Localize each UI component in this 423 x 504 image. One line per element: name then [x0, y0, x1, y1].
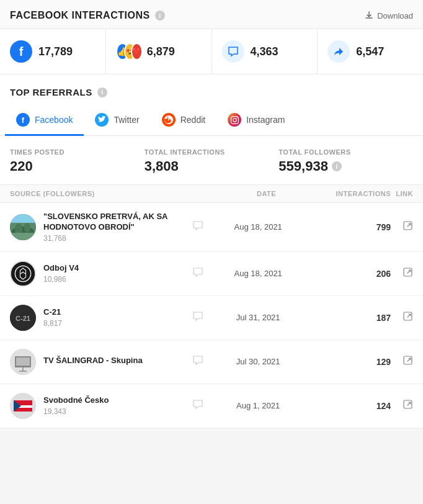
title-info-icon[interactable]: i — [155, 11, 165, 20]
source-text: Odboj V4 10,986 — [43, 263, 79, 284]
stat-total: f 17,789 — [0, 29, 106, 74]
stat-total-value: 17,789 — [38, 45, 73, 58]
svg-point-4 — [24, 223, 30, 233]
stat-comments: 4,363 — [212, 29, 318, 74]
page: FACEBOOK INTERACTIONS i Download f 17,78… — [0, 0, 423, 428]
page-title: FACEBOOK INTERACTIONS — [10, 10, 150, 21]
row-source: TV ŠALINGRAD - Skupina — [10, 349, 192, 375]
tab-instagram[interactable]: Instagram — [216, 106, 296, 136]
tab-reddit[interactable]: Reddit — [151, 106, 216, 136]
comment-bubble-icon — [192, 220, 203, 234]
row-interactions: 206 — [308, 269, 391, 279]
stat-shares: 6,547 — [318, 29, 423, 74]
metrics-row: TIMES POSTED 220 TOTAL INTERACTIONS 3,80… — [0, 136, 423, 184]
tab-reddit-icon — [162, 113, 176, 127]
section-header: TOP REFERRALS i — [0, 74, 423, 105]
source-text: Svobodné Česko 19,343 — [43, 395, 109, 416]
total-interactions-value: 3,808 — [145, 158, 279, 174]
metric-times-posted: TIMES POSTED 220 — [10, 148, 145, 174]
stats-row: f 17,789 👍 😍 ❤️ 6,879 4,363 — [0, 29, 423, 74]
row-date: Jul 31, 2021 — [208, 313, 308, 322]
row-source: C-21 C-21 8,817 — [10, 305, 192, 331]
row-link[interactable] — [391, 356, 413, 368]
svg-rect-6 — [10, 214, 36, 223]
times-posted-label: TIMES POSTED — [10, 148, 145, 156]
table-header: SOURCE (FOLLOWERS) DATE INTERACTIONS LIN… — [0, 184, 423, 203]
total-followers-label: TOTAL FOLLOWERS — [278, 148, 413, 156]
avatar — [10, 393, 36, 419]
download-label: Download — [377, 11, 413, 20]
row-interactions: 187 — [308, 313, 391, 323]
avatar — [10, 261, 36, 287]
row-interactions: 129 — [308, 357, 391, 367]
table-row: Odboj V4 10,986 Aug 18, 2021 206 — [0, 252, 423, 296]
svg-point-0 — [168, 119, 169, 120]
stat-reactions-value: 6,879 — [147, 45, 175, 58]
source-name: TV ŠALINGRAD - Skupina — [43, 356, 143, 366]
tab-reddit-label: Reddit — [180, 115, 205, 125]
row-date: Jul 30, 2021 — [208, 357, 308, 366]
comment-bubble-icon — [192, 355, 203, 369]
download-icon — [365, 11, 373, 20]
row-source: Odboj V4 10,986 — [10, 261, 192, 287]
comment-icon — [222, 40, 244, 63]
row-interactions: 799 — [308, 222, 391, 232]
source-name: Svobodné Česko — [43, 395, 109, 406]
followers-info-icon[interactable]: i — [332, 161, 342, 171]
total-followers-value-row: 559,938 i — [278, 158, 413, 174]
avatar — [10, 349, 36, 375]
reactions-icon: 👍 😍 ❤️ — [116, 40, 141, 63]
row-link[interactable] — [391, 221, 413, 233]
total-interactions-label: TOTAL INTERACTIONS — [145, 148, 279, 156]
svg-text:C-21: C-21 — [16, 315, 30, 322]
metric-total-followers: TOTAL FOLLOWERS 559,938 i — [278, 148, 413, 174]
metric-total-interactions: TOTAL INTERACTIONS 3,808 — [145, 148, 279, 174]
source-followers: 8,817 — [43, 319, 62, 328]
tab-twitter-label: Twitter — [114, 115, 139, 125]
row-interactions: 124 — [308, 401, 391, 411]
row-source: Svobodné Česko 19,343 — [10, 393, 192, 419]
comment-bubble-icon — [192, 311, 203, 325]
col-date-header: DATE — [220, 190, 313, 197]
source-followers: 19,343 — [43, 407, 109, 416]
table-row: TV ŠALINGRAD - Skupina Jul 30, 2021 129 — [0, 340, 423, 384]
avatar — [10, 214, 36, 240]
total-followers-value: 559,938 — [278, 158, 328, 174]
source-name: "SLOVENSKO PRETRVÁ, AK SA HODNOTOVO OBRO… — [43, 212, 192, 233]
row-link[interactable] — [391, 312, 413, 324]
section-title: TOP REFERRALS — [10, 87, 92, 97]
source-name: Odboj V4 — [43, 263, 79, 274]
source-followers: 10,986 — [43, 275, 79, 284]
row-date: Aug 18, 2021 — [208, 222, 308, 232]
row-link[interactable] — [391, 400, 413, 412]
tab-facebook[interactable]: f Facebook — [5, 106, 84, 136]
tab-twitter-icon — [95, 113, 109, 127]
svg-rect-5 — [10, 233, 36, 240]
row-date: Aug 18, 2021 — [208, 269, 308, 278]
table-row: Svobodné Česko 19,343 Aug 1, 2021 124 — [0, 384, 423, 428]
tab-twitter[interactable]: Twitter — [84, 106, 150, 136]
comment-bubble-icon — [192, 399, 203, 413]
row-link[interactable] — [391, 268, 413, 280]
tab-instagram-label: Instagram — [246, 115, 285, 125]
section-info-icon[interactable]: i — [97, 88, 107, 97]
facebook-icon: f — [10, 40, 32, 63]
tab-facebook-label: Facebook — [35, 115, 73, 125]
avatar: C-21 — [10, 305, 36, 331]
title-row: FACEBOOK INTERACTIONS i — [10, 10, 165, 21]
col-interactions-header: INTERACTIONS — [313, 190, 391, 197]
table-row: "SLOVENSKO PRETRVÁ, AK SA HODNOTOVO OBRO… — [0, 203, 423, 252]
times-posted-value: 220 — [10, 158, 145, 174]
download-button[interactable]: Download — [365, 11, 413, 20]
source-text: C-21 8,817 — [43, 307, 62, 328]
tabs-row: f Facebook Twitter Reddit Instagram — [0, 105, 423, 136]
svg-rect-16 — [16, 358, 30, 366]
stat-comments-value: 4,363 — [251, 45, 278, 58]
comment-bubble-icon — [192, 267, 203, 281]
source-name: C-21 — [43, 307, 62, 318]
stat-shares-value: 6,547 — [356, 45, 384, 58]
table-row: C-21 C-21 8,817 Jul 31, 2021 187 — [0, 296, 423, 340]
row-source: "SLOVENSKO PRETRVÁ, AK SA HODNOTOVO OBRO… — [10, 212, 192, 243]
source-followers: 31,768 — [43, 234, 192, 243]
reaction-heart-icon: ❤️ — [131, 43, 143, 60]
